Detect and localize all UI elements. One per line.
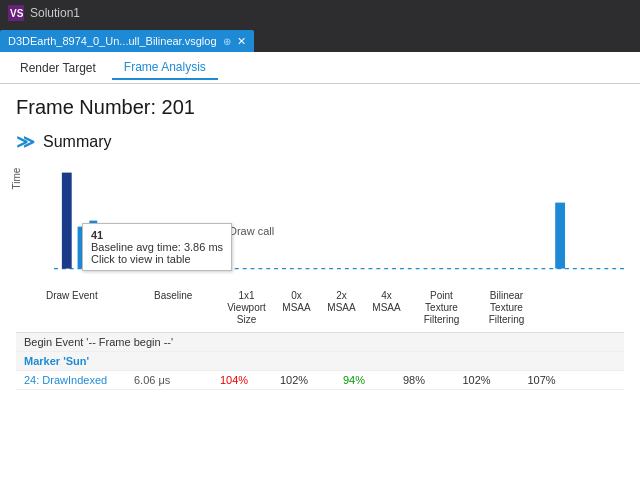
cell-col3: 94% <box>324 374 384 386</box>
main-content: Frame Number: 201 ≫ Summary Time <box>0 84 640 501</box>
col-header-point-texture: PointTextureFiltering <box>409 290 474 326</box>
summary-label: Summary <box>43 133 111 151</box>
pin-icon: ⊕ <box>223 36 231 47</box>
table-section-marker-sun: Marker 'Sun' <box>16 352 624 371</box>
cell-col4: 98% <box>384 374 444 386</box>
tooltip-click-hint: Click to view in table <box>91 253 223 265</box>
svg-rect-3 <box>62 173 72 269</box>
tooltip-baseline-avg: Baseline avg time: 3.86 ms <box>91 241 223 253</box>
tab-render-target[interactable]: Render Target <box>8 57 108 79</box>
col-header-bilinear-texture: BilinearTextureFiltering <box>474 290 539 326</box>
close-icon[interactable]: ✕ <box>237 35 246 48</box>
chart-svg-wrapper: 41 Baseline avg time: 3.86 ms Click to v… <box>54 163 624 286</box>
file-tab-row: D3DEarth_8974_0_Un...ull_Bilinear.vsglog… <box>0 26 640 52</box>
col-header-2xmsaa: 2xMSAA <box>319 290 364 314</box>
cell-col1: 104% <box>204 374 264 386</box>
column-headers: Draw Event Baseline 1x1ViewportSize 0xMS… <box>46 290 624 326</box>
col-header-4xmsaa: 4xMSAA <box>364 290 409 314</box>
cell-col6: 107% <box>509 374 574 386</box>
table-area: Begin Event '-- Frame begin --' Marker '… <box>16 332 624 390</box>
col-header-0xmsaa: 0xMSAA <box>274 290 319 314</box>
table-row: 24: DrawIndexed 6.06 μs 104% 102% 94% 98… <box>16 371 624 390</box>
cell-baseline: 6.06 μs <box>134 374 204 386</box>
content-tabs-bar: Render Target Frame Analysis <box>0 52 640 84</box>
vs-logo-icon: VS <box>8 5 24 21</box>
draw-call-label: Draw call <box>229 225 274 237</box>
tab-frame-analysis[interactable]: Frame Analysis <box>112 56 218 80</box>
cell-col2: 102% <box>264 374 324 386</box>
summary-header: ≫ Summary <box>16 131 624 153</box>
chart-container: Time 41 Ba <box>24 163 624 286</box>
draw-indexed-link[interactable]: 24: DrawIndexed <box>24 374 134 386</box>
frame-number-title: Frame Number: 201 <box>16 96 624 119</box>
col-header-viewport: 1x1ViewportSize <box>219 290 274 326</box>
svg-text:VS: VS <box>10 8 24 19</box>
chart-tooltip: 41 Baseline avg time: 3.86 ms Click to v… <box>82 223 232 271</box>
y-axis-label: Time <box>11 149 22 209</box>
app-title: Solution1 <box>30 6 80 20</box>
col-header-draw-event: Draw Event <box>46 290 154 301</box>
cell-col5: 102% <box>444 374 509 386</box>
svg-rect-8 <box>555 203 565 269</box>
col-header-baseline: Baseline <box>154 290 219 301</box>
file-tab-label: D3DEarth_8974_0_Un...ull_Bilinear.vsglog <box>8 35 217 47</box>
tooltip-draw-number: 41 <box>91 229 223 241</box>
table-section-begin-event: Begin Event '-- Frame begin --' <box>16 333 624 352</box>
file-tab[interactable]: D3DEarth_8974_0_Un...ull_Bilinear.vsglog… <box>0 30 254 52</box>
title-bar: VS Solution1 <box>0 0 640 26</box>
